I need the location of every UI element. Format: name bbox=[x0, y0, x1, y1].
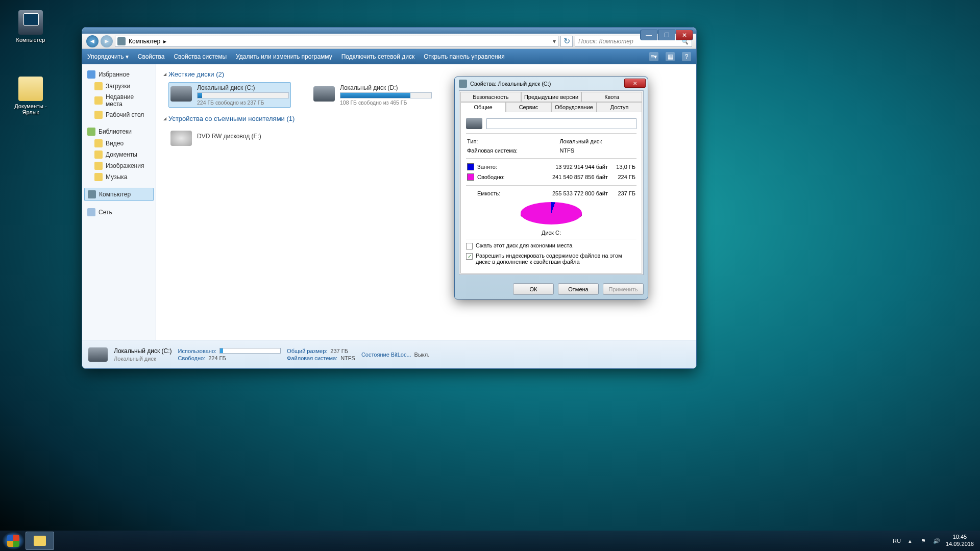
volume-label-input[interactable] bbox=[486, 118, 636, 129]
maximize-button[interactable]: ☐ bbox=[658, 30, 675, 40]
system-tray: RU ▴ ⚑ 🔊 10:45 14.09.2016 bbox=[893, 534, 978, 548]
taskbar: RU ▴ ⚑ 🔊 10:45 14.09.2016 bbox=[0, 531, 980, 551]
address-bar[interactable]: Компьютер ▸ ▾ bbox=[115, 36, 558, 47]
language-indicator[interactable]: RU bbox=[893, 537, 901, 545]
drive-c[interactable]: Локальный диск (C:) 224 ГБ свободно из 2… bbox=[168, 82, 291, 108]
address-dropdown[interactable]: ▾ bbox=[553, 38, 556, 45]
usage-bar bbox=[197, 92, 289, 98]
usage-pie-chart bbox=[521, 202, 582, 228]
refresh-button[interactable]: ↻ bbox=[560, 36, 573, 47]
computer-icon bbox=[117, 37, 126, 45]
used-color-swatch bbox=[467, 163, 474, 170]
forward-button[interactable]: ► bbox=[101, 35, 113, 47]
compress-checkbox[interactable] bbox=[466, 243, 473, 249]
start-button[interactable] bbox=[2, 532, 24, 550]
properties-button[interactable]: Свойства bbox=[138, 53, 165, 60]
sidebar-libraries[interactable]: Библиотеки bbox=[84, 126, 154, 138]
fs-label: Файловая система: bbox=[466, 146, 558, 155]
tab-strip: Безопасность Предыдущие версии Квота Общ… bbox=[460, 92, 642, 112]
minimize-button[interactable]: — bbox=[640, 30, 657, 40]
dialog-title: Свойства: Локальный диск (C:) bbox=[470, 81, 551, 87]
desktop-icon-computer[interactable]: Компьютер bbox=[10, 10, 51, 43]
sidebar-item-videos[interactable]: Видео bbox=[84, 138, 154, 149]
cancel-button[interactable]: Отмена bbox=[558, 283, 599, 295]
documents-icon bbox=[94, 151, 103, 159]
action-center-icon[interactable]: ⚑ bbox=[919, 537, 927, 545]
free-label: Свободно: bbox=[476, 172, 521, 182]
help-button[interactable]: ? bbox=[682, 52, 691, 61]
sidebar-computer[interactable]: Компьютер bbox=[84, 188, 154, 201]
drive-label: Локальный диск (D:) bbox=[340, 84, 432, 91]
network-icon bbox=[87, 208, 95, 216]
tab-general-content: Тип:Локальный диск Файловая система:NTFS… bbox=[460, 112, 642, 273]
type-value: Локальный диск bbox=[558, 137, 636, 146]
breadcrumb-arrow: ▸ bbox=[163, 38, 166, 45]
tab-sharing[interactable]: Доступ bbox=[597, 102, 642, 112]
drive-free-text: 224 ГБ свободно из 237 ГБ bbox=[197, 99, 289, 106]
sidebar-favorites[interactable]: Избранное bbox=[84, 68, 154, 81]
sidebar-item-recent[interactable]: Недавние места bbox=[84, 92, 154, 109]
tab-security[interactable]: Безопасность bbox=[460, 92, 521, 102]
video-icon bbox=[94, 139, 103, 147]
navigation-pane: Избранное Загрузки Недавние места Рабочи… bbox=[82, 64, 156, 340]
desktop-icon-documents-shortcut[interactable]: Документы - Ярлык bbox=[10, 77, 51, 115]
control-panel-button[interactable]: Открыть панель управления bbox=[424, 53, 505, 60]
show-hidden-icons[interactable]: ▴ bbox=[906, 537, 914, 545]
navigation-bar: ◄ ► Компьютер ▸ ▾ ↻ Поиск: Компьютер 🔍 bbox=[82, 34, 696, 49]
desktop-icon-label: Компьютер bbox=[10, 37, 51, 43]
index-label: Разрешить индексировать содержимое файло… bbox=[476, 253, 636, 265]
sidebar-item-downloads[interactable]: Загрузки bbox=[84, 81, 154, 92]
drive-e[interactable]: DVD RW дисковод (E:) bbox=[168, 127, 263, 148]
preview-pane-button[interactable]: ▦ bbox=[666, 52, 675, 61]
map-drive-button[interactable]: Подключить сетевой диск bbox=[341, 53, 414, 60]
clock-date: 14.09.2016 bbox=[946, 541, 974, 548]
index-checkbox[interactable]: ✓ bbox=[466, 253, 473, 260]
volume-icon[interactable]: 🔊 bbox=[933, 537, 941, 545]
free-color-swatch bbox=[467, 173, 474, 181]
sidebar-item-documents[interactable]: Документы bbox=[84, 149, 154, 160]
back-button[interactable]: ◄ bbox=[86, 35, 99, 47]
drive-label: Локальный диск (C:) bbox=[197, 84, 289, 91]
view-options-button[interactable]: ≡▾ bbox=[649, 52, 658, 61]
sidebar-item-music[interactable]: Музыка bbox=[84, 171, 154, 183]
folder-icon bbox=[34, 536, 46, 546]
uninstall-button[interactable]: Удалить или изменить программу bbox=[236, 53, 332, 60]
apply-button[interactable]: Применить bbox=[603, 283, 644, 295]
sidebar-item-desktop[interactable]: Рабочий стол bbox=[84, 109, 154, 120]
tab-quota[interactable]: Квота bbox=[581, 92, 642, 102]
music-icon bbox=[94, 173, 103, 181]
libraries-icon bbox=[87, 128, 95, 136]
usage-bar bbox=[340, 92, 432, 98]
dialog-titlebar[interactable]: Свойства: Локальный диск (C:) bbox=[455, 77, 648, 90]
desktop-icon-label: Документы - Ярлык bbox=[10, 103, 51, 115]
address-text: Компьютер bbox=[129, 38, 160, 45]
computer-icon bbox=[18, 10, 43, 35]
system-properties-button[interactable]: Свойства системы bbox=[174, 53, 227, 60]
folder-icon bbox=[94, 96, 103, 105]
hdd-icon bbox=[313, 86, 335, 102]
used-bytes: 13 992 914 944 байт bbox=[521, 162, 609, 172]
free-gb: 224 ГБ bbox=[609, 172, 636, 182]
clock[interactable]: 10:45 14.09.2016 bbox=[946, 534, 974, 548]
sidebar-network[interactable]: Сеть bbox=[84, 206, 154, 218]
taskbar-item-explorer[interactable] bbox=[26, 532, 54, 550]
capacity-gb: 237 ГБ bbox=[609, 189, 636, 198]
close-button[interactable]: ✕ bbox=[676, 30, 693, 40]
details-title: Локальный диск (C:) bbox=[114, 347, 172, 355]
drive-d[interactable]: Локальный диск (D:) 108 ГБ свободно из 4… bbox=[311, 82, 434, 108]
ok-button[interactable]: ОК bbox=[513, 283, 554, 295]
command-bar: Упорядочить ▾ Свойства Свойства системы … bbox=[82, 49, 696, 64]
pie-label: Диск C: bbox=[466, 230, 636, 236]
organize-menu[interactable]: Упорядочить ▾ bbox=[87, 53, 129, 60]
dvd-icon bbox=[170, 131, 192, 146]
dialog-close-button[interactable]: ✕ bbox=[624, 79, 646, 88]
tab-hardware[interactable]: Оборудование bbox=[551, 102, 597, 112]
sidebar-item-pictures[interactable]: Изображения bbox=[84, 160, 154, 171]
tab-previous-versions[interactable]: Предыдущие версии bbox=[521, 92, 582, 102]
capacity-label: Емкость: bbox=[476, 189, 517, 198]
details-pane: Локальный диск (C:) Локальный диск Испол… bbox=[82, 340, 696, 368]
tab-general[interactable]: Общие bbox=[460, 102, 506, 112]
titlebar[interactable] bbox=[82, 28, 696, 34]
drive-label: DVD RW дисковод (E:) bbox=[197, 133, 261, 140]
tab-tools[interactable]: Сервис bbox=[506, 102, 551, 112]
